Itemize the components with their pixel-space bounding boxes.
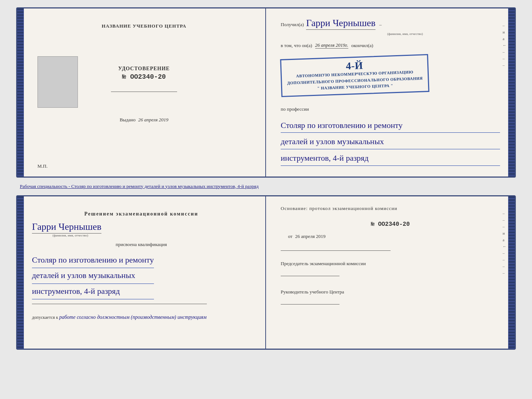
bottom-document: Решением экзаменационной комиссии Гарри … bbox=[16, 195, 516, 350]
rukovoditel-signature-line bbox=[281, 304, 339, 304]
mp-label: М.П. bbox=[37, 163, 47, 169]
top-left-panel: НАЗВАНИЕ УЧЕБНОГО ЦЕНТРА УДОСТОВЕРЕНИЕ №… bbox=[17, 8, 266, 177]
profession-line2-bottom: деталей и узлов музыкальных bbox=[32, 268, 154, 284]
name-row-bottom: Гарри Чернышев (фамилия, имя, отчество) bbox=[32, 221, 101, 237]
side-mark-b10: – bbox=[503, 271, 507, 275]
side-mark-6: – bbox=[503, 56, 507, 61]
stamp-line3: " НАЗВАНИЕ УЧЕБНОГО ЦЕНТРА " bbox=[317, 83, 393, 90]
profession-line2-top: деталей и узлов музыкальных bbox=[281, 134, 500, 149]
vtom-row: в том, что он(а) 26 апреля 2019г. окончи… bbox=[281, 42, 500, 49]
between-label-text: Рабочая специальность - Столяр по изгото… bbox=[20, 184, 259, 189]
udostoverenie-number: № OO2340-20 bbox=[118, 73, 170, 81]
profession-line3-bottom: инструментов, 4-й разряд bbox=[32, 284, 154, 300]
divider-ot bbox=[281, 250, 391, 251]
side-mark-b8: – bbox=[503, 257, 507, 262]
vtom-date: 26 апреля 2019г. bbox=[315, 42, 348, 49]
stamp-block: 4-й АВТОНОМНУЮ НЕКОММЕРЧЕСКУЮ ОРГАНИЗАЦИ… bbox=[280, 54, 429, 97]
profession-block-bottom: Столяр по изготовлению и ремонту деталей… bbox=[32, 253, 154, 300]
side-mark-b5: а bbox=[503, 238, 507, 242]
side-mark-b7: – bbox=[503, 251, 507, 255]
recipient-name-bottom: Гарри Чернышев bbox=[32, 221, 101, 234]
profession-block-top: Столяр по изготовлению и ремонту деталей… bbox=[281, 118, 500, 167]
divider1 bbox=[111, 92, 177, 92]
predsedatel-block: Председатель экзаменационной комиссии bbox=[281, 260, 500, 276]
fio-hint-top: (фамилия, имя, отчество) bbox=[310, 32, 500, 36]
side-mark-b1: – bbox=[503, 211, 507, 215]
udostoverenie-block: УДОСТОВЕРЕНИЕ № OO2340-20 bbox=[118, 66, 170, 81]
dopuskaetsya-label: допускается к bbox=[32, 315, 58, 320]
ot-date: 26 апреля 2019 bbox=[295, 234, 326, 239]
vydano-label: Выдано bbox=[120, 117, 136, 122]
binding-right-bottom bbox=[508, 196, 515, 349]
predsedatel-signature-line bbox=[281, 276, 339, 276]
vydano-date: 26 апреля 2019 bbox=[138, 117, 168, 122]
ot-row: от 26 апреля 2019 bbox=[288, 234, 500, 239]
side-mark-b9: – bbox=[503, 264, 507, 268]
rukovoditel-label: Руководитель учебного Центра bbox=[281, 289, 500, 295]
poluchil-row: Получил(а) Гарри Чернышев – (фамилия, им… bbox=[281, 18, 500, 36]
top-document: НАЗВАНИЕ УЧЕБНОГО ЦЕНТРА УДОСТОВЕРЕНИЕ №… bbox=[16, 7, 516, 178]
side-marks-top: – и а ← – – – bbox=[503, 23, 507, 67]
osnovanie-label: Основание: протокол экзаменационной коми… bbox=[281, 206, 500, 211]
top-right-panel: Получил(а) Гарри Чернышев – (фамилия, им… bbox=[266, 8, 515, 177]
bottom-right-panel: Основание: протокол экзаменационной коми… bbox=[266, 196, 515, 349]
photo-placeholder bbox=[37, 56, 78, 108]
side-mark-1: – bbox=[503, 23, 507, 28]
po-professii-label: по профессии bbox=[281, 106, 500, 112]
profession-line3-top: инструментов, 4-й разряд bbox=[281, 151, 500, 166]
side-mark-b4: и bbox=[503, 231, 507, 235]
side-mark-2: и bbox=[503, 30, 507, 34]
dopuskaetsya-value: работе согласно должностным (производств… bbox=[59, 314, 206, 320]
resheniem-label: Решением экзаменационной комиссии bbox=[85, 211, 198, 217]
side-mark-4: ← bbox=[503, 43, 507, 47]
side-marks-bottom: – – – и а ← – – – – bbox=[503, 211, 507, 275]
between-label: Рабочая специальность - Столяр по изгото… bbox=[16, 184, 516, 189]
bottom-left-panel: Решением экзаменационной комиссии Гарри … bbox=[17, 196, 266, 349]
side-mark-5: – bbox=[503, 50, 507, 54]
side-mark-3: а bbox=[503, 36, 507, 41]
recipient-name-top: Гарри Чернышев bbox=[306, 18, 375, 30]
fio-hint-bottom: (фамилия, имя, отчество) bbox=[39, 234, 101, 237]
binding-right-top bbox=[508, 8, 515, 177]
udostoverenie-label: УДОСТОВЕРЕНИЕ bbox=[118, 66, 170, 72]
vydano-line: Выдано 26 апреля 2019 bbox=[120, 117, 169, 123]
stamp-container: 4-й АВТОНОМНУЮ НЕКОММЕРЧЕСКУЮ ОРГАНИЗАЦИ… bbox=[281, 54, 500, 97]
rukovoditel-block: Руководитель учебного Центра bbox=[281, 289, 500, 304]
side-mark-7: – bbox=[503, 63, 507, 67]
profession-line1-top: Столяр по изготовлению и ремонту bbox=[281, 118, 500, 133]
training-center-title: НАЗВАНИЕ УЧЕБНОГО ЦЕНТРА bbox=[102, 23, 187, 29]
vtom-label: в том, что он(а) bbox=[281, 43, 312, 49]
ot-label: от bbox=[288, 234, 292, 239]
okonchil-label: окончил(а) bbox=[351, 43, 373, 49]
side-mark-b6: ← bbox=[503, 244, 507, 249]
protocol-number: № OO2340-20 bbox=[281, 221, 500, 228]
dopuskaetsya-row: допускается к работе согласно должностны… bbox=[32, 314, 206, 320]
side-mark-b2: – bbox=[503, 218, 507, 222]
dash-top: – bbox=[379, 22, 382, 28]
profession-line1-bottom: Столяр по изготовлению и ремонту bbox=[32, 253, 154, 268]
prisvoena-label: присвоена квалификация bbox=[116, 242, 167, 247]
divider-bottom bbox=[32, 304, 207, 304]
side-mark-b3: – bbox=[503, 224, 507, 229]
predsedatel-label: Председатель экзаменационной комиссии bbox=[281, 260, 500, 267]
poluchil-label: Получил(а) bbox=[281, 22, 304, 28]
